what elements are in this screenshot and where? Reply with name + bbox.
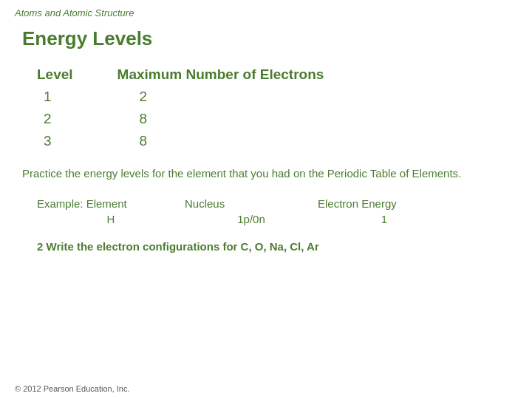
table-row: 38 (37, 130, 368, 152)
col-header-level: Level (37, 64, 117, 86)
section-title: Energy Levels (22, 27, 517, 50)
example-energy-val: 1 (318, 213, 451, 225)
page-container: Atoms and Atomic Structure Energy Levels… (0, 0, 532, 399)
write-task-text: 2 Write the electron configurations for … (37, 240, 319, 253)
example-col-energy: Electron Energy (318, 197, 451, 210)
energy-table: Level Maximum Number of Electrons 122838 (37, 64, 368, 152)
level-cell: 1 (37, 86, 117, 108)
electron-cell: 2 (117, 86, 369, 108)
level-cell: 3 (37, 130, 117, 152)
write-task: 2 Write the electron configurations for … (37, 240, 517, 253)
example-label: Example: Element (37, 197, 185, 210)
col-header-electrons: Maximum Number of Electrons (117, 64, 369, 86)
slide-title: Atoms and Atomic Structure (15, 7, 517, 18)
example-nucleus-val: 1p/0n (185, 213, 318, 225)
level-cell: 2 (37, 108, 117, 130)
electron-cell: 8 (117, 130, 369, 152)
electron-cell: 8 (117, 108, 369, 130)
example-header-row: Example: Element Nucleus Electron Energy (37, 197, 517, 210)
table-container: Level Maximum Number of Electrons 122838 (37, 64, 517, 152)
table-row: 12 (37, 86, 368, 108)
example-section: Example: Element Nucleus Electron Energy… (37, 197, 517, 225)
practice-text: Practice the energy levels for the eleme… (22, 166, 502, 183)
example-data-row: H 1p/0n 1 (37, 213, 517, 225)
example-col-nucleus: Nucleus (185, 197, 318, 210)
table-row: 28 (37, 108, 368, 130)
example-element-val: H (37, 213, 185, 225)
copyright: © 2012 Pearson Education, Inc. (15, 384, 129, 393)
